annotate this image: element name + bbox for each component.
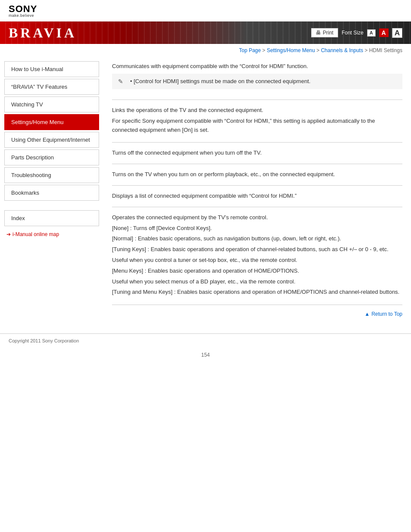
sony-logo: SONY make.believe (9, 4, 402, 18)
content-section-4: Displays a list of connected equipment c… (112, 186, 402, 207)
printer-icon: 🖶 (316, 30, 321, 36)
main-layout: How to Use i-Manual “BRAVIA” TV Features… (0, 57, 411, 329)
content-intro: Communicates with equipment compatible w… (112, 57, 402, 100)
content-section-1: Links the operations of the TV and the c… (112, 100, 402, 143)
breadcrumb-channels[interactable]: Channels & Inputs (321, 47, 363, 53)
page-number: 154 (0, 348, 411, 367)
section2-body: Turns off the connected equipment when y… (112, 149, 402, 158)
sidebar-item-settings-home[interactable]: Settings/Home Menu (4, 114, 99, 130)
sidebar-online-map-link[interactable]: ➔i-Manual online map (4, 231, 99, 237)
font-size-label: Font Size (342, 30, 364, 36)
bravia-title: BRAVIA (9, 25, 77, 41)
copyright-text: Copyright 2011 Sony Corporation (9, 338, 79, 343)
font-medium-button[interactable]: A (379, 28, 389, 37)
intro-text: Communicates with equipment compatible w… (112, 63, 402, 69)
breadcrumb: Top Page > Settings/Home Menu > Channels… (0, 44, 411, 57)
content-section-3: Turns on the TV when you turn on or perf… (112, 164, 402, 186)
section1-body: Links the operations of the TV and the c… (112, 106, 402, 134)
content-section-2: Turns off the connected equipment when y… (112, 143, 402, 164)
content-area: Communicates with equipment compatible w… (103, 57, 411, 329)
bravia-banner: BRAVIA 🖶 Print Font Size A A A (0, 22, 411, 44)
note-bullet: • (130, 78, 134, 84)
breadcrumb-settings[interactable]: Settings/Home Menu (267, 47, 315, 53)
header: SONY make.believe (0, 0, 411, 22)
note-icon: ✎ (118, 78, 127, 85)
banner-controls: 🖶 Print Font Size A A A (311, 28, 402, 38)
sidebar: How to Use i-Manual “BRAVIA” TV Features… (0, 57, 103, 329)
return-to-top-link[interactable]: ▲Return to Top (364, 311, 402, 317)
sidebar-item-using-other[interactable]: Using Other Equipment/Internet (4, 132, 99, 148)
section3-body: Turns on the TV when you turn on or perf… (112, 170, 402, 179)
note-box: ✎ • [Control for HDMI] settings must be … (112, 74, 402, 89)
sidebar-item-bravia-features[interactable]: “BRAVIA” TV Features (4, 79, 99, 95)
sidebar-item-index[interactable]: Index (4, 210, 99, 226)
breadcrumb-top[interactable]: Top Page (239, 47, 261, 53)
font-large-button[interactable]: A (392, 28, 402, 38)
sidebar-item-troubleshooting[interactable]: Troubleshooting (4, 167, 99, 183)
return-to-top[interactable]: ▲Return to Top (112, 305, 402, 320)
sidebar-item-how-to-use[interactable]: How to Use i-Manual (4, 61, 99, 77)
content-section-5: Operates the connected equipment by the … (112, 207, 402, 305)
print-button[interactable]: 🖶 Print (311, 28, 338, 37)
section5-body: Operates the connected equipment by the … (112, 213, 402, 297)
sidebar-item-parts-description[interactable]: Parts Description (4, 149, 99, 165)
sony-tagline: make.believe (9, 14, 402, 18)
sidebar-item-bookmarks[interactable]: Bookmarks (4, 185, 99, 201)
sidebar-item-watching-tv[interactable]: Watching TV (4, 96, 99, 112)
section4-body: Displays a list of connected equipment c… (112, 192, 402, 201)
sony-brand: SONY (9, 4, 402, 14)
font-small-button[interactable]: A (367, 29, 376, 37)
triangle-up-icon: ▲ (364, 311, 370, 317)
footer: Copyright 2011 Sony Corporation (0, 333, 411, 348)
note-text: • [Control for HDMI] settings must be ma… (130, 78, 311, 84)
arrow-icon: ➔ (6, 231, 11, 237)
breadcrumb-current: HDMI Settings (369, 47, 402, 53)
